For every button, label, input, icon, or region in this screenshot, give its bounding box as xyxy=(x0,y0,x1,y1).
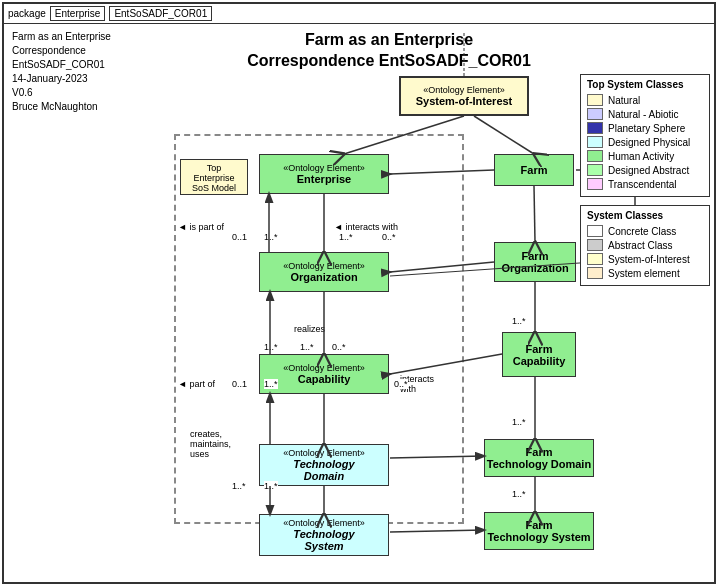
label-is-part-of: ◄ is part of xyxy=(178,222,224,232)
label-interacts-with: ◄ interacts with xyxy=(334,222,398,232)
svg-line-21 xyxy=(390,530,484,532)
legend-natural: Natural xyxy=(587,94,703,106)
legend-top-system-classes: Top System Classes Natural Natural - Abi… xyxy=(580,74,710,197)
node-farm[interactable]: Farm xyxy=(494,154,574,186)
label-human-activity: Human Activity xyxy=(608,151,674,162)
swatch-human-activity xyxy=(587,150,603,162)
mult-1star-1: 1..* xyxy=(264,232,278,242)
left-info: Farm as an Enterprise Correspondence Ent… xyxy=(4,24,164,580)
legend-natural-abiotic: Natural - Abiotic xyxy=(587,108,703,120)
node-farm-capability[interactable]: Farm Capability xyxy=(502,332,576,377)
diagram-area: Farm as an Enterprise Correspondence Ent… xyxy=(164,24,714,580)
org-name: Organization xyxy=(290,271,357,283)
node-system-of-interest[interactable]: «Ontology Element» System-of-Interest xyxy=(399,76,529,116)
package-tab1[interactable]: Enterprise xyxy=(50,6,106,21)
legend-planetary-sphere: Planetary Sphere xyxy=(587,122,703,134)
legend-system-classes: System Classes Concrete Class Abstract C… xyxy=(580,205,710,286)
swatch-designed-abstract xyxy=(587,164,603,176)
cap-name: Capability xyxy=(298,373,351,385)
mult-01-2: 0..1 xyxy=(232,379,247,389)
label-designed-abstract: Designed Abstract xyxy=(608,165,689,176)
node-organization[interactable]: «Ontology Element» Organization xyxy=(259,252,389,292)
label-transcendental: Transcendental xyxy=(608,179,677,190)
svg-line-8 xyxy=(534,186,535,242)
mult-0star-3: 0..* xyxy=(394,379,408,389)
mult-1star-5: 1..* xyxy=(264,379,278,389)
swatch-planetary-sphere xyxy=(587,122,603,134)
diagram-title: Farm as an Enterprise Correspondence Ent… xyxy=(204,24,574,76)
package-tab2[interactable]: EntSoSADF_COR01 xyxy=(109,6,212,21)
label-soi: System-of-Interest xyxy=(608,254,690,265)
title-line2: Correspondence EntSoSADF_COR01 xyxy=(204,51,574,72)
mult-1star-4: 1..* xyxy=(300,342,314,352)
label-designed-physical: Designed Physical xyxy=(608,137,690,148)
node-capability[interactable]: «Ontology Element» Capability xyxy=(259,354,389,394)
mult-0star-1: 0..* xyxy=(382,232,396,242)
cap-stereotype: «Ontology Element» xyxy=(283,363,365,373)
outer-border: package Enterprise EntSoSADF_COR01 Farm … xyxy=(2,2,716,584)
org-stereotype: «Ontology Element» xyxy=(283,261,365,271)
label-natural-abiotic: Natural - Abiotic xyxy=(608,109,679,120)
farmcap-name: Farm Capability xyxy=(513,343,566,367)
mult-1star-2: 1..* xyxy=(339,232,353,242)
ts-name: TechnologySystem xyxy=(293,528,354,552)
ent-stereotype: «Ontology Element» xyxy=(283,163,365,173)
swatch-abstract xyxy=(587,239,603,251)
label-realizes: realizes xyxy=(294,324,325,334)
legend-designed-physical: Designed Physical xyxy=(587,136,703,148)
mult-1star-3: 1..* xyxy=(264,342,278,352)
package-label: package xyxy=(8,8,46,19)
node-farm-tech-system[interactable]: Farm Technology System xyxy=(484,512,594,550)
legend-soi: System-of-Interest xyxy=(587,253,703,265)
package-header: package Enterprise EntSoSADF_COR01 xyxy=(4,4,714,24)
legend-abstract: Abstract Class xyxy=(587,239,703,251)
legend-sys-title: System Classes xyxy=(587,210,703,221)
swatch-concrete xyxy=(587,225,603,237)
node-farm-organization[interactable]: Farm Organization xyxy=(494,242,576,282)
node-tech-domain[interactable]: «Ontology Element» TechnologyDomain xyxy=(259,444,389,486)
mult-1star-7: 1..* xyxy=(264,481,278,491)
legend-concrete: Concrete Class xyxy=(587,225,703,237)
label-concrete: Concrete Class xyxy=(608,226,676,237)
label-creates: creates, maintains, uses xyxy=(190,429,231,459)
title-line1: Farm as an Enterprise xyxy=(204,30,574,51)
swatch-natural-abiotic xyxy=(587,108,603,120)
swatch-natural xyxy=(587,94,603,106)
farmtd-name: Farm Technology Domain xyxy=(487,446,591,470)
info-line1: Farm as an Enterprise Correspondence Ent… xyxy=(12,30,156,114)
label-part-of: ◄ part of xyxy=(178,379,215,389)
mult-0star-2: 0..* xyxy=(332,342,346,352)
farmts-name: Farm Technology System xyxy=(487,519,590,543)
farmorg-name: Farm Organization xyxy=(501,250,568,274)
legend-top-title: Top System Classes xyxy=(587,79,703,90)
node-tech-system[interactable]: «Ontology Element» TechnologySystem xyxy=(259,514,389,556)
svg-line-1 xyxy=(474,116,534,154)
node-enterprise[interactable]: «Ontology Element» Enterprise xyxy=(259,154,389,194)
td-stereotype: «Ontology Element» xyxy=(283,448,365,458)
swatch-transcendental xyxy=(587,178,603,190)
swatch-sys-element xyxy=(587,267,603,279)
swatch-soi xyxy=(587,253,603,265)
label-planetary-sphere: Planetary Sphere xyxy=(608,123,685,134)
label-sys-element: System element xyxy=(608,268,680,279)
node-farm-tech-domain[interactable]: Farm Technology Domain xyxy=(484,439,594,477)
td-name: TechnologyDomain xyxy=(293,458,354,482)
legend-transcendental: Transcendental xyxy=(587,178,703,190)
mult-1star-6: 1..* xyxy=(232,481,246,491)
legend-designed-abstract: Designed Abstract xyxy=(587,164,703,176)
swatch-designed-physical xyxy=(587,136,603,148)
legend-human-activity: Human Activity xyxy=(587,150,703,162)
mult-1star-9: 1..* xyxy=(512,417,526,427)
mult-1star-8: 1..* xyxy=(512,316,526,326)
farm-name: Farm xyxy=(521,164,548,176)
label-abstract: Abstract Class xyxy=(608,240,672,251)
legend-area: Top System Classes Natural Natural - Abi… xyxy=(580,74,710,294)
mult-01-1: 0..1 xyxy=(232,232,247,242)
soi-stereotype: «Ontology Element» xyxy=(423,85,505,95)
legend-sys-element: System element xyxy=(587,267,703,279)
main-content: Farm as an Enterprise Correspondence Ent… xyxy=(4,24,714,580)
ent-name: Enterprise xyxy=(297,173,351,185)
ts-stereotype: «Ontology Element» xyxy=(283,518,365,528)
soi-name: System-of-Interest xyxy=(416,95,513,107)
label-natural: Natural xyxy=(608,95,640,106)
